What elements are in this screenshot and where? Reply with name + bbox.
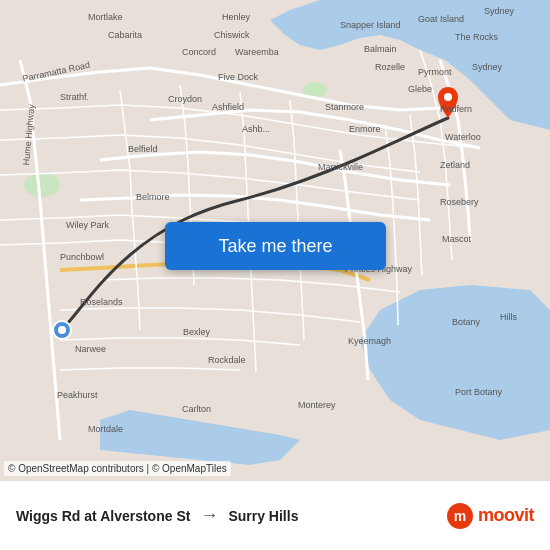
route-arrow-icon: → (200, 505, 218, 526)
svg-text:Monterey: Monterey (298, 400, 336, 410)
svg-text:Five Dock: Five Dock (218, 72, 259, 82)
svg-text:Pyrmont: Pyrmont (418, 67, 452, 77)
svg-text:Zetland: Zetland (440, 160, 470, 170)
svg-text:Rockdale: Rockdale (208, 355, 246, 365)
svg-text:Balmain: Balmain (364, 44, 397, 54)
svg-text:Port Botany: Port Botany (455, 387, 503, 397)
svg-text:Botany: Botany (452, 317, 481, 327)
origin-stop: Wiggs Rd at Alverstone St (16, 508, 190, 524)
svg-text:Strathf.: Strathf. (60, 92, 89, 102)
moovit-logo: m moovit (446, 502, 534, 530)
svg-text:Hills: Hills (500, 312, 517, 322)
svg-text:Sydney: Sydney (472, 62, 503, 72)
moovit-icon: m (446, 502, 474, 530)
svg-text:Marrickville: Marrickville (318, 162, 363, 172)
svg-text:Belmore: Belmore (136, 192, 170, 202)
svg-text:Rozelle: Rozelle (375, 62, 405, 72)
svg-text:Snapper Island: Snapper Island (340, 20, 401, 30)
bottom-bar: Wiggs Rd at Alverstone St → Surry Hills … (0, 480, 550, 550)
map-container: Mortlake Henley Snapper Island Goat Isla… (0, 0, 550, 480)
svg-text:Croydon: Croydon (168, 94, 202, 104)
svg-point-5 (444, 93, 452, 101)
svg-text:Ashfield: Ashfield (212, 102, 244, 112)
svg-text:Redfern: Redfern (440, 104, 472, 114)
svg-text:Narwee: Narwee (75, 344, 106, 354)
map-attribution: © OpenStreetMap contributors | © OpenMap… (4, 461, 231, 476)
svg-text:Concord: Concord (182, 47, 216, 57)
svg-text:The Rocks: The Rocks (455, 32, 499, 42)
svg-text:Stanmore: Stanmore (325, 102, 364, 112)
svg-text:Rosebery: Rosebery (440, 197, 479, 207)
svg-point-4 (58, 326, 66, 334)
take-me-there-button[interactable]: Take me there (165, 222, 386, 270)
svg-text:Mortdale: Mortdale (88, 424, 123, 434)
svg-text:Ashb...: Ashb... (242, 124, 270, 134)
svg-text:Roselands: Roselands (80, 297, 123, 307)
svg-text:Henley: Henley (222, 12, 251, 22)
svg-text:Goat Island: Goat Island (418, 14, 464, 24)
svg-text:Glebe: Glebe (408, 84, 432, 94)
svg-text:Sydney: Sydney (484, 6, 515, 16)
svg-text:Bexley: Bexley (183, 327, 211, 337)
svg-text:Waterloo: Waterloo (445, 132, 481, 142)
svg-text:Punchbowl: Punchbowl (60, 252, 104, 262)
svg-text:Kyeemagh: Kyeemagh (348, 336, 391, 346)
svg-text:Peakhurst: Peakhurst (57, 390, 98, 400)
svg-text:Carlton: Carlton (182, 404, 211, 414)
svg-text:Enmore: Enmore (349, 124, 381, 134)
svg-point-1 (24, 173, 60, 197)
svg-text:Belfield: Belfield (128, 144, 158, 154)
svg-text:Wiley Park: Wiley Park (66, 220, 110, 230)
destination-stop: Surry Hills (228, 508, 298, 524)
moovit-brand-name: moovit (478, 505, 534, 526)
svg-text:Chiswick: Chiswick (214, 30, 250, 40)
svg-text:Mortlake: Mortlake (88, 12, 123, 22)
svg-text:Wareemba: Wareemba (235, 47, 279, 57)
svg-text:Cabarita: Cabarita (108, 30, 142, 40)
route-info: Wiggs Rd at Alverstone St → Surry Hills (16, 505, 446, 526)
svg-text:m: m (454, 508, 466, 524)
svg-text:Mascot: Mascot (442, 234, 472, 244)
